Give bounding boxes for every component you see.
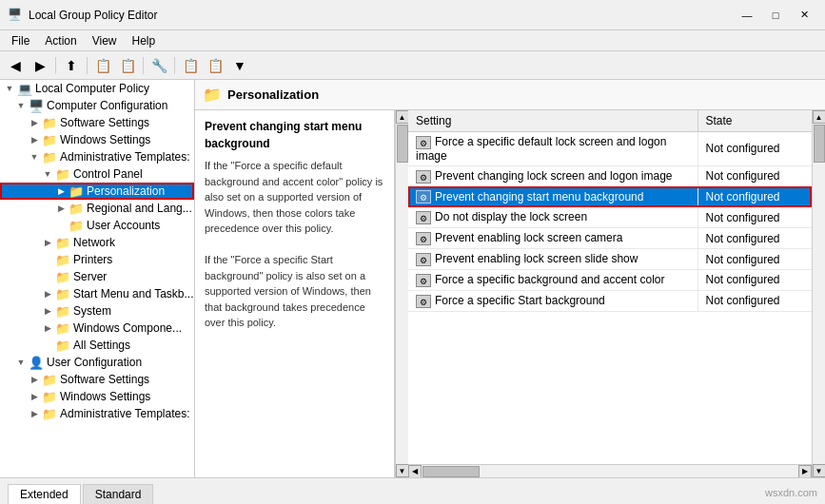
col-state[interactable]: State <box>697 110 812 132</box>
tree-item-uc-software-settings[interactable]: ▶ 📁 Software Settings <box>0 371 194 388</box>
expand-icon[interactable]: ▶ <box>40 320 55 336</box>
col-setting[interactable]: Setting <box>408 110 697 132</box>
tree-item-software-settings-cc[interactable]: ▶ 📁 Software Settings <box>0 114 194 131</box>
setting-icon: ⚙ <box>416 295 431 308</box>
tree-item-printers[interactable]: ▶ 📁 Printers <box>0 251 194 268</box>
scroll-thumb-settings[interactable] <box>814 125 825 163</box>
user-icon: 👤 <box>29 356 44 370</box>
scroll-down-button[interactable]: ▼ <box>396 464 409 477</box>
setting-label: Prevent changing start menu background <box>435 190 643 204</box>
expand-icon[interactable]: ▼ <box>2 81 17 96</box>
tree-item-user-configuration[interactable]: ▼ 👤 User Configuration <box>0 354 194 371</box>
show-hide-button[interactable]: 📋 <box>91 55 114 76</box>
scroll-down-settings[interactable]: ▼ <box>813 464 826 477</box>
menu-file[interactable]: File <box>4 32 37 49</box>
expand-icon[interactable]: ▶ <box>40 286 55 301</box>
import-button[interactable]: 📋 <box>204 55 226 76</box>
menu-view[interactable]: View <box>85 32 125 49</box>
table-row[interactable]: ⚙Prevent changing lock screen and logon … <box>408 165 812 186</box>
scroll-track <box>396 124 409 464</box>
scroll-up-button[interactable]: ▲ <box>396 110 409 124</box>
minimize-button[interactable]: — <box>734 6 760 25</box>
scroll-left-button[interactable]: ◀ <box>408 465 422 478</box>
tree-item-windows-components[interactable]: ▶ 📁 Windows Compone... <box>0 320 194 337</box>
expand-icon[interactable]: ▶ <box>27 406 42 421</box>
tree-label-user-accounts: User Accounts <box>87 219 160 232</box>
tree-item-local-computer-policy[interactable]: ▼ 💻 Local Computer Policy <box>0 80 194 97</box>
tree-item-uc-windows-settings[interactable]: ▶ 📁 Windows Settings <box>0 388 194 405</box>
settings-panel: Setting State ⚙Force a specific default … <box>408 110 812 477</box>
setting-cell: ⚙Force a specific default lock screen an… <box>408 132 697 166</box>
setting-icon: ⚙ <box>416 211 431 224</box>
tree-label-all-settings: All Settings <box>73 339 130 352</box>
maximize-button[interactable]: □ <box>762 6 789 25</box>
scroll-thumb[interactable] <box>397 125 408 163</box>
expand-icon[interactable]: ▼ <box>27 149 42 165</box>
tree-item-uc-admin-templates[interactable]: ▶ 📁 Administrative Templates: <box>0 405 194 422</box>
tree-item-regional[interactable]: ▶ 📁 Regional and Lang... <box>0 200 194 217</box>
expand-icon[interactable]: ▼ <box>13 355 29 370</box>
scroll-track-settings <box>813 124 826 464</box>
up-button[interactable]: ⬆ <box>60 55 83 76</box>
folder-icon: 📁 <box>42 116 57 130</box>
expand-icon[interactable]: ▼ <box>13 98 29 113</box>
tree-item-user-accounts[interactable]: ▶ 📁 User Accounts <box>0 217 194 234</box>
tree-item-start-menu[interactable]: ▶ 📁 Start Menu and Taskb... <box>0 285 194 302</box>
expand-icon[interactable]: ▶ <box>27 389 42 404</box>
tree-label-personalization: Personalization <box>87 184 165 198</box>
tree-item-personalization[interactable]: ▶ 📁 Personalization <box>0 183 194 200</box>
right-panel: 📁 Personalization Prevent changing start… <box>195 80 825 477</box>
setting-cell: ⚙Prevent changing lock screen and logon … <box>408 165 697 186</box>
folder-icon: 📁 <box>55 304 70 319</box>
tree-item-admin-templates[interactable]: ▼ 📁 Administrative Templates: <box>0 148 194 165</box>
setting-cell: ⚙Force a specific background and accent … <box>408 269 697 290</box>
new-window-button[interactable]: 📋 <box>116 55 139 76</box>
expand-icon[interactable]: ▶ <box>40 303 55 319</box>
expand-icon[interactable]: ▶ <box>27 115 42 130</box>
forward-button[interactable]: ▶ <box>29 55 51 76</box>
folder-icon: 📁 <box>55 253 70 267</box>
expand-icon[interactable]: ▶ <box>27 132 42 147</box>
watermark: wsxdn.com <box>765 487 817 498</box>
back-button[interactable]: ◀ <box>4 55 27 76</box>
scroll-up-settings[interactable]: ▲ <box>813 110 826 124</box>
tab-extended[interactable]: Extended <box>8 484 81 504</box>
setting-cell: ⚙Prevent enabling lock screen camera <box>408 228 697 249</box>
tree-label-user-configuration: User Configuration <box>47 356 142 369</box>
setting-cell: ⚙Prevent changing start menu background <box>408 186 697 207</box>
tree-item-computer-configuration[interactable]: ▼ 🖥️ Computer Configuration <box>0 97 194 114</box>
tree-item-control-panel[interactable]: ▼ 📁 Control Panel <box>0 165 194 183</box>
tree-item-all-settings[interactable]: ▶ 📁 All Settings <box>0 337 194 354</box>
scroll-right-button[interactable]: ▶ <box>798 465 812 478</box>
close-button[interactable]: ✕ <box>791 6 817 25</box>
titlebar: 🖥️ Local Group Policy Editor — □ ✕ <box>0 0 825 30</box>
table-row[interactable]: ⚙Force a specific Start backgroundNot co… <box>408 290 812 311</box>
horiz-thumb[interactable] <box>422 466 480 477</box>
tree-label-printers: Printers <box>73 253 112 266</box>
state-cell: Not configured <box>697 269 812 290</box>
tab-standard[interactable]: Standard <box>83 484 154 504</box>
toolbar-separator-4 <box>174 57 175 74</box>
properties-button[interactable]: 🔧 <box>147 55 170 76</box>
table-row[interactable]: ⚙Force a specific default lock screen an… <box>408 132 812 166</box>
tree-item-network[interactable]: ▶ 📁 Network <box>0 234 194 251</box>
table-row[interactable]: ⚙Prevent enabling lock screen cameraNot … <box>408 228 812 249</box>
menu-action[interactable]: Action <box>37 32 84 49</box>
table-row[interactable]: ⚙Prevent enabling lock screen slide show… <box>408 249 812 270</box>
expand-icon[interactable]: ▼ <box>40 166 55 182</box>
tree-item-server[interactable]: ▶ 📁 Server <box>0 268 194 285</box>
expand-icon[interactable]: ▶ <box>53 201 69 216</box>
expand-icon[interactable]: ▶ <box>53 184 69 199</box>
table-row[interactable]: ⚙Force a specific background and accent … <box>408 269 812 290</box>
expand-icon[interactable]: ▶ <box>40 235 55 250</box>
menu-help[interactable]: Help <box>125 32 164 49</box>
policy-table: Setting State ⚙Force a specific default … <box>408 110 812 312</box>
table-row[interactable]: ⚙Prevent changing start menu backgroundN… <box>408 186 812 207</box>
filter-button[interactable]: ▼ <box>228 55 251 76</box>
export-button[interactable]: 📋 <box>179 55 202 76</box>
setting-label: Force a specific background and accent c… <box>435 273 664 286</box>
tree-item-system[interactable]: ▶ 📁 System <box>0 302 194 320</box>
tree-item-windows-settings-cc[interactable]: ▶ 📁 Windows Settings <box>0 131 194 148</box>
expand-icon[interactable]: ▶ <box>27 372 42 387</box>
table-row[interactable]: ⚙Do not display the lock screenNot confi… <box>408 207 812 228</box>
